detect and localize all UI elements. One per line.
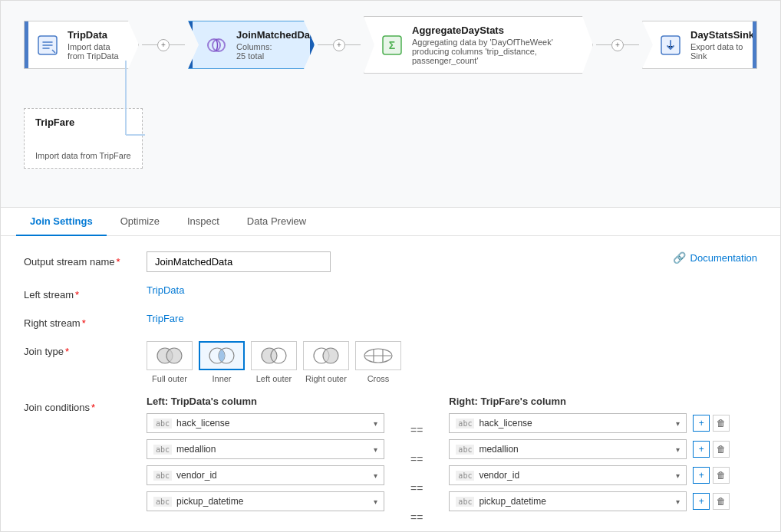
node-left-bar-tripdata	[25, 21, 28, 68]
delete-condition-1[interactable]: 🗑	[713, 441, 730, 458]
sink-content: DayStatsSink Export data to Sink	[690, 29, 754, 61]
type-badge-left-0: abc	[153, 419, 172, 429]
join-label-left-outer: Left outer	[256, 374, 292, 383]
join-content: JoinMatchedData Columns: 25 total	[236, 29, 319, 61]
svg-point-17	[323, 348, 338, 363]
field-name-right-2: vendor_id	[479, 470, 671, 481]
svg-text:Σ: Σ	[389, 39, 395, 51]
node-tripfare[interactable]: TripFare Import data from TripFare	[24, 108, 143, 169]
chevron-right-0: ▾	[676, 419, 680, 428]
venn-right-outer	[310, 346, 342, 366]
left-field-1[interactable]: abc medallion ▾	[147, 439, 384, 459]
eq-3: ==	[407, 506, 426, 529]
sink-subtitle: Export data to Sink	[690, 42, 754, 61]
add-condition-3[interactable]: +	[693, 493, 710, 510]
join-type-left-outer[interactable]: Left outer	[251, 341, 297, 383]
join-type-right-outer[interactable]: Right outer	[303, 341, 349, 383]
field-name-right-3: pickup_datetime	[479, 496, 671, 507]
add-condition-0[interactable]: +	[693, 415, 710, 432]
right-field-0[interactable]: abc hack_license ▾	[449, 413, 687, 433]
output-stream-control	[147, 251, 642, 272]
join-icon-box-left-outer	[251, 341, 297, 370]
action-btns-2: + 🗑	[693, 467, 730, 484]
action-btns-0: + 🗑	[693, 415, 730, 432]
type-badge-left-1: abc	[153, 445, 172, 455]
left-stream-control: TripData	[147, 284, 757, 296]
right-stream-control: TripFare	[147, 313, 757, 324]
venn-full-outer	[153, 346, 186, 366]
right-field-2[interactable]: abc vendor_id ▾	[449, 465, 687, 485]
join-type-cross[interactable]: Cross	[355, 341, 401, 383]
join-type-full-outer[interactable]: Full outer	[147, 341, 193, 383]
pipeline-canvas: TripData Import data from TripData +	[1, 1, 780, 208]
equals-col: == == == ==	[407, 396, 426, 529]
node-joinmatcheddata[interactable]: JoinMatchedData Columns: 25 total	[188, 21, 315, 69]
right-field-3[interactable]: abc pickup_datetime ▾	[449, 491, 687, 511]
left-field-3[interactable]: abc pickup_datetime ▾	[147, 491, 384, 511]
right-stream-label: Right stream*	[24, 313, 147, 329]
node-left-bar-join	[189, 21, 193, 68]
connector-2: +	[315, 39, 364, 51]
join-conditions-control: Left: TripData's column abc hack_license…	[147, 396, 757, 529]
join-type-inner[interactable]: Inner	[199, 341, 245, 383]
node-sink[interactable]: DayStatsSink Export data to Sink	[642, 21, 757, 69]
node-aggregate[interactable]: Σ AggregateDayStats Aggregating data by …	[364, 16, 593, 74]
eq-1: ==	[407, 448, 426, 471]
type-badge-right-0: abc	[456, 419, 474, 429]
output-stream-label: Output stream name*	[24, 251, 147, 268]
form-row-output-stream: Output stream name* 🔗 Documentation	[24, 251, 757, 272]
type-badge-right-1: abc	[456, 445, 474, 455]
delete-condition-2[interactable]: 🗑	[713, 467, 730, 484]
venn-left-outer	[258, 346, 290, 366]
form-row-right-stream: Right stream* TripFare	[24, 313, 757, 329]
documentation-link[interactable]: 🔗 Documentation	[673, 251, 757, 264]
svg-point-9	[166, 348, 182, 363]
connector-1: +	[139, 39, 188, 51]
node-tripdata[interactable]: TripData Import data from TripData	[24, 21, 139, 69]
documentation-label: Documentation	[690, 252, 757, 264]
plus-btn-3[interactable]: +	[611, 39, 624, 51]
tab-inspect[interactable]: Inspect	[173, 208, 233, 236]
required-star-2: *	[75, 289, 79, 300]
tab-join-settings[interactable]: Join Settings	[16, 208, 107, 236]
sink-title: DayStatsSink	[690, 29, 754, 41]
tab-data-preview[interactable]: Data Preview	[233, 208, 320, 236]
join-icon-box-right-outer	[303, 341, 349, 370]
left-stream-value[interactable]: TripData	[147, 284, 184, 296]
tripfare-title: TripFare	[35, 117, 131, 128]
venn-inner	[206, 346, 238, 366]
chevron-right-2: ▾	[676, 471, 680, 480]
plus-btn-1[interactable]: +	[157, 39, 170, 51]
plus-btn-2[interactable]: +	[333, 39, 345, 51]
join-type-row: Full outer In	[147, 341, 757, 383]
chevron-left-1: ▾	[374, 445, 377, 454]
join-title: JoinMatchedData	[236, 29, 319, 41]
field-name-left-2: vendor_id	[176, 470, 369, 481]
tab-optimize[interactable]: Optimize	[107, 208, 173, 236]
right-condition-row-0: abc hack_license ▾ + 🗑	[449, 413, 730, 433]
left-field-2[interactable]: abc vendor_id ▾	[147, 465, 384, 485]
right-field-1[interactable]: abc medallion ▾	[449, 439, 687, 459]
left-field-0[interactable]: abc hack_license ▾	[147, 413, 384, 433]
field-name-right-1: medallion	[479, 444, 671, 455]
aggregate-icon: Σ	[380, 33, 404, 57]
condition-row-2: abc vendor_id ▾	[147, 465, 384, 485]
right-condition-row-3: abc pickup_datetime ▾ + 🗑	[449, 491, 730, 511]
join-label-cross: Cross	[367, 374, 390, 383]
left-col-header: Left: TripData's column	[147, 396, 384, 407]
add-condition-2[interactable]: +	[693, 467, 710, 484]
delete-condition-0[interactable]: 🗑	[713, 415, 730, 432]
field-name-left-3: pickup_datetime	[176, 496, 369, 507]
right-stream-value[interactable]: TripFare	[147, 313, 184, 324]
delete-condition-3[interactable]: 🗑	[713, 493, 730, 510]
chevron-left-3: ▾	[374, 498, 377, 506]
join-conditions-section: Left: TripData's column abc hack_license…	[147, 396, 757, 529]
required-star-3: *	[82, 317, 86, 329]
join-icon	[204, 33, 229, 57]
output-stream-input[interactable]	[147, 251, 331, 272]
join-label-full-outer: Full outer	[152, 374, 187, 383]
add-condition-1[interactable]: +	[693, 441, 710, 458]
join-icon-box-full-outer	[147, 341, 193, 370]
eq-0: ==	[407, 419, 426, 442]
svg-point-14	[262, 348, 277, 363]
